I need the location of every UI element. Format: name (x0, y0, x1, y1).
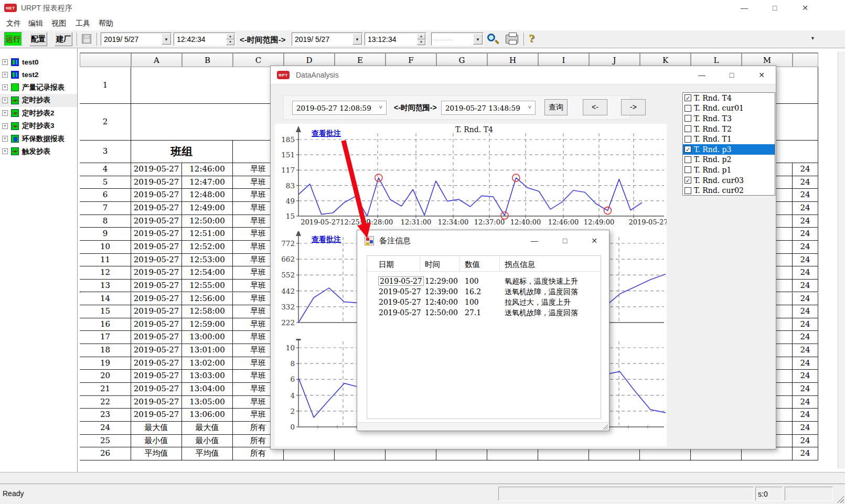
annotation-column-1[interactable]: 时间 (425, 260, 440, 270)
cell-last[interactable]: 24 (793, 293, 818, 306)
annotation-cell[interactable]: 12:29:00 (425, 277, 458, 285)
spin-up-icon[interactable]: ▲ (226, 34, 234, 39)
cell-time[interactable]: 12:50:00 (182, 215, 233, 228)
cell-last[interactable]: 24 (793, 396, 818, 409)
menu-view[interactable]: 视图 (48, 18, 69, 29)
cell-date[interactable]: 2019-05-27 (131, 305, 182, 318)
run-button[interactable]: 运行 (4, 32, 22, 46)
cell-date[interactable]: 最大值 (131, 422, 182, 435)
column-header-L[interactable]: L (691, 52, 742, 67)
cell-time[interactable]: 12:54:00 (182, 266, 233, 280)
expand-plus-icon[interactable]: + (2, 136, 8, 142)
row-header-2[interactable]: 2 (80, 104, 131, 141)
cell-date[interactable]: 2019-05-27 (131, 202, 182, 215)
cell-date[interactable]: 最小值 (131, 435, 182, 448)
view-annotation-link-2[interactable]: 查看批注 (312, 235, 341, 244)
spin-down-icon[interactable]: ▼ (226, 39, 234, 45)
cell-time[interactable]: 最小值 (182, 435, 233, 448)
row-header-19[interactable]: 19 (80, 357, 131, 370)
cell-time[interactable]: 12:55:00 (182, 280, 233, 293)
cell-date[interactable]: 2019-05-27 (131, 228, 182, 241)
cell-time[interactable]: 13:01:00 (182, 344, 233, 357)
series-item-5[interactable]: ✓T. Rnd. p3 (683, 144, 775, 155)
cell-time[interactable]: 12:53:00 (182, 254, 233, 267)
column-header-A[interactable]: A (131, 52, 182, 67)
row-header-7[interactable]: 7 (80, 202, 131, 215)
cell-date[interactable]: 2019-05-27 (131, 318, 182, 331)
annotation-cell[interactable]: 送氧机故障，温度回落 (505, 308, 578, 318)
cell-date[interactable]: 2019-05-27 (131, 331, 182, 344)
annotation-cell[interactable]: 12:40:00 (425, 298, 458, 306)
cell-date[interactable]: 2019-05-27 (131, 266, 182, 280)
annotation-cell[interactable]: 氧超标，温度快速上升 (505, 277, 578, 286)
help-icon[interactable]: ? (529, 33, 534, 44)
note-dialog-titlebar[interactable]: 备注信息 — □ ✕ (357, 230, 609, 251)
cell-last[interactable]: 24 (793, 176, 818, 189)
row-header-4[interactable]: 4 (80, 163, 131, 176)
series-item-3[interactable]: T. Rnd. T2 (683, 124, 775, 134)
cell-last[interactable]: 24 (793, 254, 818, 267)
row-header-25[interactable]: 25 (80, 435, 131, 448)
column-header-J[interactable]: J (589, 52, 640, 67)
query-button[interactable]: 查询 (544, 99, 568, 115)
cell-date[interactable]: 2019-05-27 (131, 383, 182, 396)
series-item-2[interactable]: T. Rnd. T3 (683, 113, 775, 124)
print-icon[interactable] (506, 35, 518, 44)
expand-plus-icon[interactable]: + (2, 84, 8, 90)
cell-last[interactable]: 24 (793, 370, 818, 383)
column-header-cut[interactable] (793, 52, 818, 67)
row-header-22[interactable]: 22 (80, 396, 131, 409)
cell-time[interactable]: 12:58:00 (182, 305, 233, 318)
row-header-26[interactable]: 26 (80, 447, 131, 460)
annotation-cell[interactable]: 2019-05-27 (379, 308, 421, 317)
series-item-0[interactable]: ✓T. Rnd. T4 (683, 93, 775, 103)
annotation-cell[interactable]: 2019-05-27 (379, 298, 421, 306)
expand-plus-icon[interactable]: + (2, 59, 8, 65)
time-from-spinner[interactable]: 12:42:34 ▲▼ (174, 33, 236, 46)
cell-date[interactable]: 平均值 (131, 447, 182, 460)
annotation-column-3[interactable]: 拐点信息 (505, 260, 535, 270)
search-icon[interactable] (487, 33, 499, 46)
row-header-5[interactable]: 5 (80, 176, 131, 189)
cell-last[interactable]: 24 (793, 228, 818, 241)
spinner-buttons[interactable]: ▲▼ (226, 34, 234, 45)
row-header-9[interactable]: 9 (80, 228, 131, 241)
dialog-minimize-button[interactable]: — (690, 68, 713, 82)
annotation-cell[interactable]: 12:39:00 (425, 287, 458, 296)
next-button[interactable]: -> (621, 99, 646, 115)
cell-time[interactable]: 13:06:00 (182, 409, 233, 422)
cell-date[interactable]: 2019-05-27 (131, 370, 182, 383)
row-header-1[interactable]: 1 (80, 67, 131, 104)
unchecked-checkbox-icon[interactable] (684, 115, 691, 122)
data-analysis-titlebar[interactable]: RPT DataAnalysis — □ ✕ (271, 66, 776, 84)
column-header-B[interactable]: B (182, 52, 233, 67)
tree-item-7[interactable]: +触发抄表 (0, 145, 77, 158)
cell-date[interactable]: 2019-05-27 (131, 396, 182, 409)
cell-time[interactable]: 12:59:00 (182, 318, 233, 331)
cell-last[interactable]: 24 (793, 409, 818, 422)
annotation-cell[interactable]: 2019-05-27 (379, 287, 421, 296)
resize-grip-icon[interactable] (837, 496, 844, 503)
row-header-20[interactable]: 20 (80, 370, 131, 383)
cell-last[interactable]: 24 (793, 435, 818, 448)
row-header-17[interactable]: 17 (80, 331, 131, 344)
cell-last[interactable]: 24 (793, 266, 818, 280)
date-to-combobox[interactable]: 2019/ 5/27 ▼ (292, 33, 363, 46)
cell-last[interactable]: 24 (793, 331, 818, 344)
cell-date[interactable]: 2019-05-27 (131, 176, 182, 189)
cell-time[interactable]: 13:02:00 (182, 357, 233, 370)
cell-time[interactable]: 13:03:00 (182, 370, 233, 383)
menu-tools[interactable]: 工具 (72, 18, 93, 29)
row-header-23[interactable]: 23 (80, 409, 131, 422)
cell-last[interactable]: 24 (793, 280, 818, 293)
column-header-G[interactable]: G (436, 52, 487, 67)
cell-date[interactable]: 2019-05-27 (131, 254, 182, 267)
window-close-button[interactable]: ✕ (794, 1, 816, 15)
row-header-21[interactable]: 21 (80, 383, 131, 396)
expand-plus-icon[interactable]: + (2, 98, 8, 103)
column-header-F[interactable]: F (386, 52, 436, 67)
series-item-4[interactable]: T. Rnd. T1 (683, 134, 775, 144)
build-button[interactable]: 建厂 (55, 32, 72, 46)
unchecked-checkbox-icon[interactable] (684, 166, 691, 173)
menu-edit[interactable]: 编辑 (25, 18, 46, 29)
